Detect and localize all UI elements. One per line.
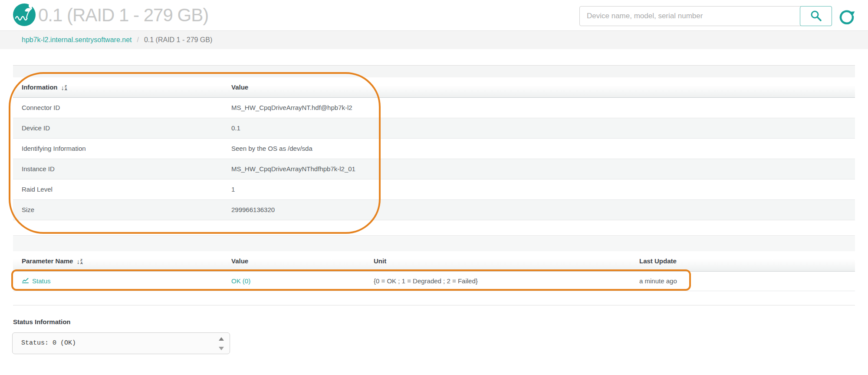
parameter-name-column-header[interactable]: Parameter Name↓ZA bbox=[13, 251, 223, 271]
sort-icon: ↓ZA bbox=[61, 85, 67, 91]
table-row: Instance ID MS_HW_CpqDriveArrayNThdfhpb7… bbox=[13, 159, 855, 179]
parameters-table-header-row: Parameter Name↓ZA Value Unit Last Update bbox=[13, 251, 855, 271]
status-parameter-row[interactable]: Status OK (0) {0 = OK ; 1 = Degraded ; 2… bbox=[13, 271, 855, 291]
info-value: 0.1 bbox=[223, 118, 855, 138]
info-label: Size bbox=[13, 199, 223, 220]
search-icon bbox=[810, 10, 822, 23]
information-column-header[interactable]: Information↓ZA bbox=[13, 77, 223, 97]
scroll-down-icon[interactable] bbox=[219, 347, 224, 350]
info-panel-top-band bbox=[13, 65, 855, 77]
status-parameter-link[interactable]: Status bbox=[22, 277, 51, 285]
information-table-header-row: Information↓ZA Value bbox=[13, 77, 855, 97]
line-chart-icon bbox=[22, 277, 29, 285]
refresh-button[interactable] bbox=[838, 9, 855, 26]
info-value: 299966136320 bbox=[223, 199, 855, 220]
sort-icon: ↓ZA bbox=[76, 259, 82, 265]
breadcrumb-current: 0.1 (RAID 1 - 279 GB) bbox=[144, 36, 212, 43]
refresh-icon bbox=[838, 20, 855, 27]
status-unit: {0 = OK ; 1 = Degraded ; 2 = Failed} bbox=[365, 271, 631, 291]
value-column-header[interactable]: Value bbox=[223, 251, 365, 271]
table-row: Connector ID MS_HW_CpqDriveArrayNT.hdf@h… bbox=[13, 97, 855, 118]
info-label: Identifying Information bbox=[13, 138, 223, 159]
section-gap bbox=[13, 236, 855, 251]
scroll-up-icon[interactable] bbox=[219, 337, 224, 341]
sentry-logo-icon bbox=[13, 3, 36, 26]
table-row: Identifying Information Seen by the OS a… bbox=[13, 138, 855, 159]
breadcrumb-separator: / bbox=[137, 36, 138, 43]
status-last-update: a minute ago bbox=[631, 271, 855, 291]
search-input[interactable] bbox=[579, 6, 832, 26]
last-update-column-header[interactable]: Last Update bbox=[631, 251, 855, 271]
breadcrumb-host-link[interactable]: hpb7k-l2.internal.sentrysoftware.net bbox=[22, 36, 132, 43]
info-value: Seen by the OS as /dev/sda bbox=[223, 138, 855, 159]
parameters-table: Parameter Name↓ZA Value Unit Last Update… bbox=[13, 251, 855, 291]
info-value: 1 bbox=[223, 179, 855, 199]
value-column-header[interactable]: Value bbox=[223, 77, 855, 97]
page-title: 0.1 (RAID 1 - 279 GB) bbox=[38, 2, 208, 28]
information-table: Information↓ZA Value Connector ID MS_HW_… bbox=[13, 77, 855, 220]
info-label: Connector ID bbox=[13, 97, 223, 118]
info-label: Instance ID bbox=[13, 159, 223, 179]
table-row: Size 299966136320 bbox=[13, 199, 855, 220]
status-value: OK (0) bbox=[231, 277, 250, 285]
info-label: Device ID bbox=[13, 118, 223, 138]
scrollbar bbox=[218, 336, 224, 351]
info-panel-bottom-band bbox=[13, 223, 855, 236]
status-information-text: Status: 0 (OK) bbox=[21, 333, 76, 354]
search-button[interactable] bbox=[800, 6, 832, 26]
table-row: Device ID 0.1 bbox=[13, 118, 855, 138]
info-label: Raid Level bbox=[13, 179, 223, 199]
table-row: Raid Level 1 bbox=[13, 179, 855, 199]
status-information-label: Status Information bbox=[13, 318, 71, 325]
breadcrumb: hpb7k-l2.internal.sentrysoftware.net/0.1… bbox=[0, 30, 868, 49]
top-bar: 0.1 (RAID 1 - 279 GB) bbox=[0, 0, 868, 30]
section-divider bbox=[13, 305, 855, 305]
status-information-box[interactable]: Status: 0 (OK) bbox=[12, 332, 230, 354]
info-value: MS_HW_CpqDriveArrayNT.hdf@hpb7k-l2 bbox=[223, 97, 855, 118]
info-value: MS_HW_CpqDriveArrayNThdfhpb7k-l2_01 bbox=[223, 159, 855, 179]
unit-column-header[interactable]: Unit bbox=[365, 251, 631, 271]
device-search bbox=[579, 6, 832, 26]
